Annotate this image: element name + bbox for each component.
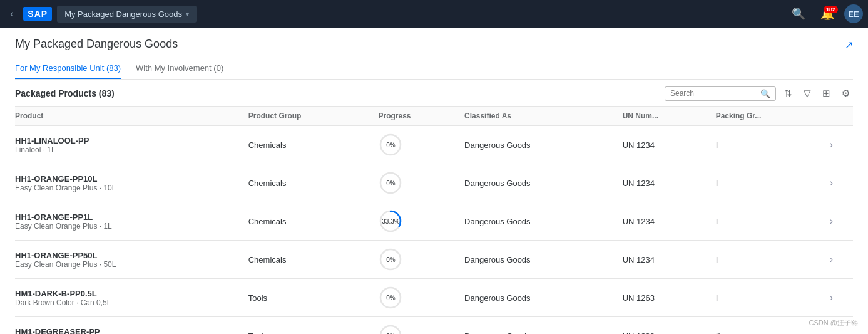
cell-un-number: UN 1208 bbox=[623, 317, 716, 335]
nav-app-title-label: My Packaged Dangerous Goods bbox=[64, 9, 182, 19]
progress-circle: 0% bbox=[378, 132, 403, 157]
cell-chevron: › bbox=[830, 164, 853, 202]
progress-label: 0% bbox=[386, 142, 395, 149]
cell-product: HH1-ORANGE-PP10L Easy Clean Orange Plus … bbox=[15, 164, 248, 202]
cell-un-number: UN 1234 bbox=[623, 241, 716, 279]
chevron-right-icon: › bbox=[830, 139, 833, 150]
table-wrapper: Product Product Group Progress Classifie… bbox=[15, 107, 853, 334]
progress-label: 0% bbox=[386, 256, 395, 263]
chevron-right-icon: › bbox=[830, 330, 833, 334]
progress-label: 33.3% bbox=[382, 218, 399, 225]
cell-un-number: UN 1234 bbox=[623, 202, 716, 241]
table-row[interactable]: HH1-ORANGE-PP1L Easy Clean Orange Plus ·… bbox=[15, 202, 853, 241]
notification-badge: 182 bbox=[824, 6, 838, 13]
group-icon: ⊞ bbox=[822, 88, 830, 99]
cell-packing-group: I bbox=[716, 164, 830, 202]
progress-circle: 0% bbox=[378, 170, 403, 196]
cell-product: HH1-ORANGE-PP50L Easy Clean Orange Plus … bbox=[15, 241, 248, 279]
products-table: Product Product Group Progress Classifie… bbox=[15, 107, 853, 334]
product-desc: Dark Brown Color · Can 0,5L bbox=[15, 298, 241, 307]
cell-packing-group: I bbox=[716, 202, 830, 241]
sap-logo: SAP bbox=[23, 7, 52, 21]
col-classified-as: Classified As bbox=[464, 107, 623, 126]
cell-chevron: › bbox=[830, 126, 853, 164]
back-button[interactable]: ‹ bbox=[5, 6, 18, 22]
col-packing-group: Packing Gr... bbox=[716, 107, 830, 126]
cell-progress: 0% bbox=[378, 317, 464, 335]
sort-button[interactable]: ⇅ bbox=[781, 86, 795, 101]
table-row[interactable]: HH1-ORANGE-PP10L Easy Clean Orange Plus … bbox=[15, 164, 853, 202]
cell-product-group: Chemicals bbox=[248, 241, 379, 279]
progress-label: 0% bbox=[386, 295, 395, 301]
cell-chevron: › bbox=[830, 241, 853, 279]
page-title: My Packaged Dangerous Goods bbox=[15, 38, 178, 51]
product-name: HM1-DARK-B-PP0.5L bbox=[15, 289, 241, 298]
col-product: Product bbox=[15, 107, 248, 126]
cell-product-group: Chemicals bbox=[248, 202, 379, 241]
cell-product: HH1-LINALOOL-PP Linalool · 1L bbox=[15, 126, 248, 164]
product-name: HM1-DEGREASER-PP bbox=[15, 327, 241, 335]
page-header: My Packaged Dangerous Goods ↗ bbox=[15, 38, 853, 51]
cell-un-number: UN 1234 bbox=[623, 164, 716, 202]
cell-classified-as: Dangerous Goods bbox=[464, 241, 623, 279]
export-icon[interactable]: ↗ bbox=[845, 39, 853, 51]
section-toolbar: 🔍 ⇅ ▽ ⊞ ⚙ bbox=[665, 86, 853, 101]
cell-product-group: Chemicals bbox=[248, 164, 379, 202]
progress-circle: 33.3% bbox=[378, 209, 403, 234]
search-input[interactable] bbox=[670, 89, 758, 98]
cell-classified-as: Dangerous Goods bbox=[464, 164, 623, 202]
product-name: HH1-LINALOOL-PP bbox=[15, 136, 241, 145]
cell-chevron: › bbox=[830, 202, 853, 241]
table-row[interactable]: HH1-ORANGE-PP50L Easy Clean Orange Plus … bbox=[15, 241, 853, 279]
tab-responsible-unit[interactable]: For My Responsible Unit (83) bbox=[15, 58, 121, 79]
col-chevron bbox=[830, 107, 853, 126]
user-avatar[interactable]: EE bbox=[844, 4, 863, 23]
cell-progress: 33.3% bbox=[378, 202, 464, 241]
product-name: HH1-ORANGE-PP10L bbox=[15, 174, 241, 184]
gear-icon: ⚙ bbox=[842, 88, 850, 99]
cell-classified-as: Dangerous Goods bbox=[464, 317, 623, 335]
watermark: CSDN @汪子熙 bbox=[809, 318, 858, 328]
col-product-group: Product Group bbox=[248, 107, 379, 126]
section-title: Packaged Products (83) bbox=[15, 88, 115, 98]
filter-button[interactable]: ▽ bbox=[800, 86, 814, 101]
search-box[interactable]: 🔍 bbox=[665, 86, 776, 101]
cell-product-group: Tools bbox=[248, 317, 379, 335]
table-row[interactable]: HM1-DEGREASER-PP Degreaser Plus Orange ·… bbox=[15, 317, 853, 335]
app-title-dropdown[interactable]: My Packaged Dangerous Goods ▾ bbox=[57, 6, 197, 23]
cell-product: HM1-DARK-B-PP0.5L Dark Brown Color · Can… bbox=[15, 279, 248, 317]
col-un-number: UN Num... bbox=[623, 107, 716, 126]
progress-circle: 0% bbox=[378, 247, 403, 272]
product-name: HH1-ORANGE-PP50L bbox=[15, 251, 241, 260]
cell-progress: 0% bbox=[378, 241, 464, 279]
cell-progress: 0% bbox=[378, 279, 464, 317]
search-icon: 🔍 bbox=[760, 89, 770, 98]
progress-circle: 0% bbox=[378, 323, 403, 334]
table-row[interactable]: HH1-LINALOOL-PP Linalool · 1L Chemicals … bbox=[15, 126, 853, 164]
cell-classified-as: Dangerous Goods bbox=[464, 126, 623, 164]
product-desc: Linalool · 1L bbox=[15, 145, 241, 154]
cell-progress: 0% bbox=[378, 126, 464, 164]
chevron-right-icon: › bbox=[830, 216, 833, 226]
cell-product-group: Tools bbox=[248, 279, 379, 317]
chevron-right-icon: › bbox=[830, 292, 833, 303]
chevron-down-icon: ▾ bbox=[186, 11, 189, 18]
table-header: Product Product Group Progress Classifie… bbox=[15, 107, 853, 126]
cell-product: HM1-DEGREASER-PP Degreaser Plus Orange ·… bbox=[15, 317, 248, 335]
cell-un-number: UN 1234 bbox=[623, 126, 716, 164]
tab-my-involvement[interactable]: With My Involvement (0) bbox=[136, 58, 223, 79]
table-row[interactable]: HM1-DARK-B-PP0.5L Dark Brown Color · Can… bbox=[15, 279, 853, 317]
tab-bar: For My Responsible Unit (83) With My Inv… bbox=[15, 58, 853, 80]
product-desc: Easy Clean Orange Plus · 1L bbox=[15, 222, 241, 231]
settings-button[interactable]: ⚙ bbox=[839, 86, 853, 101]
group-button[interactable]: ⊞ bbox=[819, 86, 834, 101]
cell-classified-as: Dangerous Goods bbox=[464, 202, 623, 241]
notification-button[interactable]: 🔔 182 bbox=[815, 4, 839, 23]
search-button[interactable]: 🔍 bbox=[787, 4, 810, 23]
cell-chevron: › bbox=[830, 279, 853, 317]
cell-packing-group: I bbox=[716, 279, 830, 317]
cell-packing-group: I bbox=[716, 126, 830, 164]
product-name: HH1-ORANGE-PP1L bbox=[15, 212, 241, 222]
page-content: My Packaged Dangerous Goods ↗ For My Res… bbox=[0, 28, 868, 334]
chevron-right-icon: › bbox=[830, 254, 833, 264]
